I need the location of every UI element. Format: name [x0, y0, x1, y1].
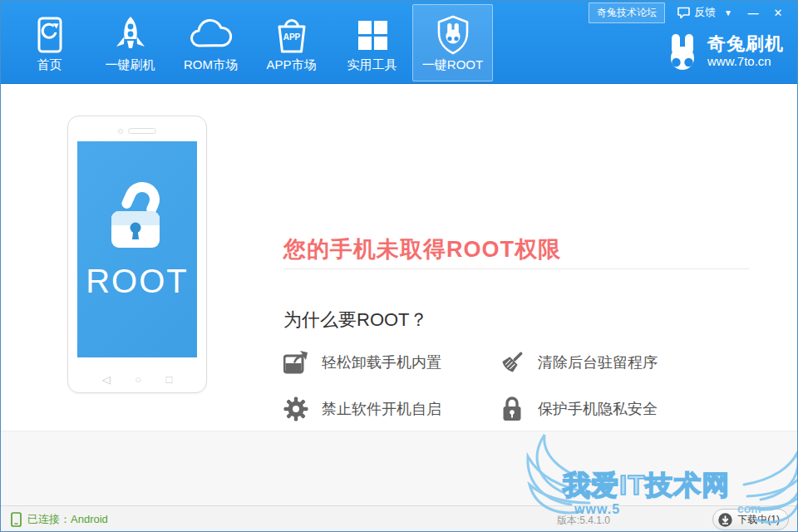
download-label: 下载中(1)	[737, 513, 780, 527]
uninstall-box-icon	[283, 349, 308, 376]
phone-recent-icon: □	[165, 373, 172, 386]
dropdown-menu-button[interactable]: ▼	[716, 8, 741, 17]
nav-item-app-market[interactable]: APP APP市场	[251, 4, 332, 81]
lock-icon	[500, 396, 525, 422]
speech-bubble-icon	[677, 6, 691, 19]
download-manager-button[interactable]: 下载中(1)	[712, 509, 789, 530]
phone-speaker	[118, 128, 156, 134]
home-phone-refresh-icon	[35, 15, 65, 55]
page-title: 您的手机未取得ROOT权限	[283, 234, 561, 264]
main-nav: 首页 一键刷机	[9, 4, 493, 81]
feature-label: 禁止软件开机自启	[322, 399, 441, 419]
phone-screen: ROOT	[77, 141, 197, 357]
nav-item-flash[interactable]: 一键刷机	[90, 4, 170, 81]
broom-icon	[500, 349, 525, 376]
close-button[interactable]: ✕	[766, 7, 791, 19]
app-bag-icon: APP	[273, 15, 310, 55]
minimize-button[interactable]: —	[741, 7, 766, 19]
download-icon	[717, 512, 733, 528]
connected-phone-icon	[11, 512, 22, 527]
main-content: ROOT ◁ ○ □ 您的手机未取得ROOT权限 为什么要ROOT？	[1, 85, 797, 431]
feature-list: 轻松卸载手机内置 清除后台驻留程序	[283, 349, 749, 422]
nav-item-one-key-root[interactable]: 一键ROOT	[412, 4, 493, 81]
cloud-icon	[190, 15, 233, 55]
nav-label: 一键刷机	[106, 57, 155, 73]
feedback-label: 反馈	[694, 5, 716, 20]
nav-item-rom-market[interactable]: ROM市场	[170, 4, 251, 81]
rabbit-logo-icon	[665, 32, 700, 71]
grid-squares-icon	[356, 15, 389, 55]
window-controls: 奇兔技术论坛 反馈 ▼ — ✕	[589, 3, 791, 22]
why-root-heading: 为什么要ROOT？	[283, 308, 428, 332]
nav-label: 实用工具	[347, 57, 397, 73]
connection-status: 已连接：Android	[11, 512, 108, 527]
phone-home-icon: ○	[135, 373, 141, 386]
feature-label: 保护手机隐私安全	[538, 399, 658, 419]
feature-clean: 清除后台驻留程序	[500, 349, 749, 376]
feature-label: 轻松卸载手机内置	[322, 352, 441, 372]
feature-uninstall: 轻松卸载手机内置	[283, 349, 500, 376]
phone-screen-root-label: ROOT	[86, 263, 189, 300]
nav-label: 一键ROOT	[422, 57, 483, 73]
gear-icon	[283, 396, 308, 422]
feature-privacy: 保护手机隐私安全	[500, 396, 749, 422]
nav-item-tools[interactable]: 实用工具	[332, 4, 412, 81]
shield-rabbit-icon	[435, 15, 471, 55]
app-logo: 奇兔刷机 www.7to.cn	[665, 32, 784, 71]
feature-label: 清除后台驻留程序	[538, 352, 658, 372]
action-bar: ✓ 我已同意 免责声明 开始ROOT	[1, 431, 797, 505]
rocket-icon	[113, 15, 148, 55]
nav-item-home[interactable]: 首页	[9, 4, 90, 81]
forum-button[interactable]: 奇兔技术论坛	[589, 2, 665, 23]
version-label: 版本:5.4.1.0	[557, 514, 610, 528]
unlocked-padlock-icon	[101, 176, 173, 256]
phone-nav-buttons: ◁ ○ □	[68, 373, 206, 386]
header-bar: 首页 一键刷机	[1, 1, 797, 84]
nav-label: 首页	[37, 57, 62, 73]
logo-title: 奇兔刷机	[707, 34, 784, 54]
title-divider	[283, 268, 749, 269]
nav-label: APP市场	[266, 57, 316, 73]
phone-illustration: ROOT ◁ ○ □	[67, 116, 207, 393]
connection-label: 已连接：Android	[27, 512, 108, 527]
feature-autostart: 禁止软件开机自启	[283, 396, 500, 422]
status-bar: 已连接：Android 版本:5.4.1.0 下载中(1)	[1, 505, 797, 532]
feedback-button[interactable]: 反馈	[677, 5, 716, 20]
qitu-flash-window: 首页 一键刷机	[0, 0, 798, 532]
nav-label: ROM市场	[184, 57, 238, 73]
phone-back-icon: ◁	[102, 373, 111, 386]
app-bag-text: APP	[283, 32, 300, 42]
logo-url: www.7to.cn	[707, 54, 784, 69]
